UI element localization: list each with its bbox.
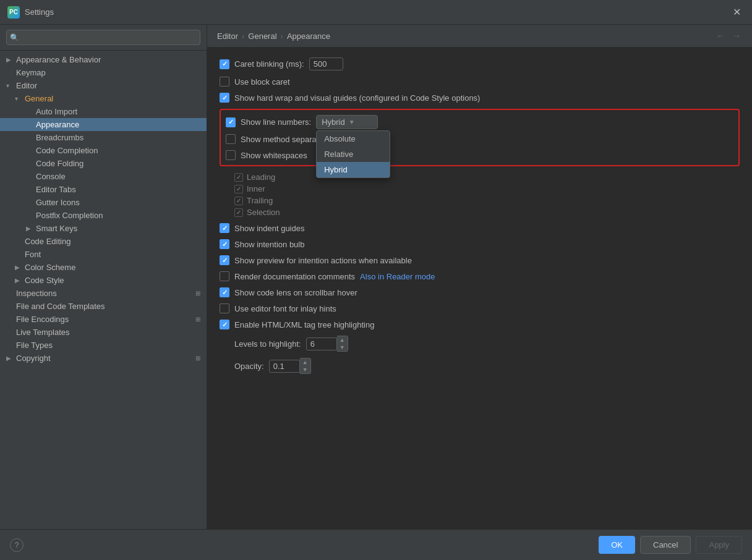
- whitespace-inner-checkbox[interactable]: ✓: [234, 185, 243, 193]
- levels-down-button[interactable]: ▼: [337, 344, 348, 351]
- search-wrapper: 🔍: [6, 30, 200, 45]
- use-editor-font-inlay-checkbox[interactable]: [220, 303, 229, 313]
- sidebar-item-code-completion[interactable]: Code Completion: [0, 144, 207, 157]
- show-line-numbers-checkbox[interactable]: [226, 117, 236, 127]
- line-numbers-highlight-box: Show line numbers: Hybrid ▼ Absolute Rel…: [220, 109, 740, 166]
- dialog-buttons: OK Cancel Apply: [599, 536, 742, 554]
- whitespace-leading-checkbox[interactable]: ✓: [234, 173, 243, 182]
- opacity-spinner: ▲ ▼: [300, 358, 311, 374]
- sidebar-item-postfix-completion[interactable]: Postfix Completion: [0, 209, 207, 222]
- sidebar-item-copyright[interactable]: ▶ Copyright ⊞: [0, 352, 207, 365]
- close-button[interactable]: ✕: [729, 5, 745, 19]
- sidebar-item-label: File and Code Templates: [16, 302, 200, 311]
- tree-arrow: ▶: [15, 264, 22, 271]
- breadcrumb-general: General: [248, 32, 276, 41]
- sidebar-item-editor-tabs[interactable]: Editor Tabs: [0, 183, 207, 196]
- opacity-row: Opacity: ▲ ▼: [234, 358, 740, 374]
- show-code-lens-row: Show code lens on scrollbar hover: [220, 287, 740, 297]
- show-preview-intention-label: Show preview for intention actions when …: [234, 256, 412, 265]
- show-hard-wrap-row: Show hard wrap and visual guides (config…: [220, 93, 740, 103]
- breadcrumb-current: Appearance: [287, 32, 330, 41]
- cancel-button[interactable]: Cancel: [640, 536, 691, 554]
- caret-blinking-checkbox[interactable]: [220, 59, 229, 69]
- sidebar-item-label: Code Editing: [25, 237, 200, 246]
- show-whitespaces-checkbox[interactable]: [226, 150, 236, 160]
- dropdown-option-hybrid[interactable]: Hybrid: [317, 162, 390, 177]
- use-editor-font-inlay-label: Use editor font for inlay hints: [234, 304, 336, 313]
- sidebar-item-label: Code Folding: [36, 159, 200, 168]
- show-indent-guides-checkbox[interactable]: [220, 223, 229, 233]
- sidebar-item-inspections[interactable]: Inspections ⊞: [0, 287, 207, 300]
- sidebar-item-appearance-behavior[interactable]: ▶ Appearance & Behavior: [0, 53, 207, 66]
- dropdown-option-relative[interactable]: Relative: [317, 146, 390, 162]
- opacity-input[interactable]: [269, 360, 300, 373]
- sidebar-item-label: Code Style: [25, 276, 200, 285]
- sidebar-item-editor[interactable]: ▾ Editor: [0, 79, 207, 92]
- apply-button[interactable]: Apply: [696, 536, 742, 554]
- sidebar-item-label: Auto Import: [36, 107, 200, 116]
- reader-mode-link[interactable]: Also in Reader mode: [360, 272, 435, 281]
- sidebar-item-code-editing[interactable]: Code Editing: [0, 235, 207, 248]
- nav-forward-button[interactable]: →: [731, 30, 742, 42]
- sidebar-item-file-encodings[interactable]: File Encodings ⊞: [0, 313, 207, 326]
- whitespace-leading-row: ✓ Leading: [234, 172, 740, 182]
- render-documentation-checkbox[interactable]: [220, 271, 229, 281]
- use-block-caret-checkbox[interactable]: [220, 77, 229, 87]
- sidebar-item-label: Appearance: [36, 120, 200, 129]
- sidebar-item-label: General: [25, 94, 200, 103]
- sidebar-item-breadcrumbs[interactable]: Breadcrumbs: [0, 131, 207, 144]
- show-intention-bulb-checkbox[interactable]: [220, 239, 229, 249]
- caret-blinking-input[interactable]: [309, 57, 343, 70]
- sidebar-item-appearance[interactable]: Appearance: [0, 118, 207, 131]
- sidebar-item-label: Editor: [16, 81, 200, 90]
- right-panel: Editor › General › Appearance ← → Caret …: [207, 25, 752, 529]
- sidebar-item-file-types[interactable]: File Types: [0, 339, 207, 352]
- app-icon: PC: [7, 6, 20, 19]
- sidebar-item-color-scheme[interactable]: ▶ Color Scheme: [0, 261, 207, 274]
- render-documentation-row: Render documentation comments Also in Re…: [220, 271, 740, 281]
- sidebar-item-font[interactable]: Font: [0, 248, 207, 261]
- show-method-separators-checkbox[interactable]: [226, 134, 236, 144]
- sidebar-item-code-folding[interactable]: Code Folding: [0, 157, 207, 170]
- sidebar-item-keymap[interactable]: Keymap: [0, 66, 207, 79]
- search-input[interactable]: [6, 30, 200, 45]
- sidebar-item-file-code-templates[interactable]: File and Code Templates: [0, 300, 207, 313]
- whitespace-trailing-row: ✓ Trailing: [234, 196, 740, 205]
- opacity-up-button[interactable]: ▲: [300, 358, 310, 366]
- sidebar-item-label: Inspections: [16, 289, 193, 298]
- show-whitespaces-label: Show whitespaces: [241, 151, 307, 160]
- nav-back-button[interactable]: ←: [715, 30, 726, 42]
- show-code-lens-checkbox[interactable]: [220, 287, 229, 297]
- sidebar-item-label: Copyright: [16, 354, 193, 363]
- sidebar-item-code-style[interactable]: ▶ Code Style: [0, 274, 207, 287]
- whitespace-trailing-checkbox[interactable]: ✓: [234, 197, 243, 205]
- line-numbers-dropdown-button[interactable]: Hybrid ▼: [316, 115, 378, 129]
- whitespace-selection-label: Selection: [247, 208, 280, 217]
- use-block-caret-row: Use block caret: [220, 77, 740, 87]
- levels-up-button[interactable]: ▲: [337, 336, 348, 344]
- whitespace-selection-checkbox[interactable]: ✓: [234, 208, 243, 217]
- enable-html-xml-checkbox[interactable]: [220, 320, 229, 329]
- sidebar-item-live-templates[interactable]: Live Templates: [0, 326, 207, 339]
- search-icon: 🔍: [10, 33, 19, 42]
- use-block-caret-label: Use block caret: [234, 77, 290, 87]
- dropdown-option-absolute[interactable]: Absolute: [317, 131, 390, 146]
- opacity-down-button[interactable]: ▼: [300, 366, 310, 373]
- levels-to-highlight-input[interactable]: [306, 337, 337, 350]
- enable-html-xml-row: Enable HTML/XML tag tree highlighting: [220, 320, 740, 329]
- sidebar-item-smart-keys[interactable]: ▶ Smart Keys: [0, 222, 207, 235]
- ok-button[interactable]: OK: [599, 536, 635, 554]
- sidebar-item-label: Gutter Icons: [36, 198, 200, 207]
- sidebar-badge: ⊞: [195, 316, 200, 323]
- show-preview-intention-row: Show preview for intention actions when …: [220, 255, 740, 265]
- show-hard-wrap-checkbox[interactable]: [220, 93, 229, 103]
- sidebar-item-console[interactable]: Console: [0, 170, 207, 183]
- breadcrumb: Editor › General › Appearance: [217, 32, 330, 41]
- levels-to-highlight-row: Levels to highlight: ▲ ▼: [234, 336, 740, 352]
- help-button[interactable]: ?: [10, 538, 24, 552]
- sidebar-item-auto-import[interactable]: Auto Import: [0, 105, 207, 118]
- sidebar-item-general[interactable]: ▾ General: [0, 92, 207, 105]
- sidebar-item-gutter-icons[interactable]: Gutter Icons: [0, 196, 207, 209]
- show-preview-intention-checkbox[interactable]: [220, 255, 229, 265]
- sidebar-item-label: Font: [25, 250, 200, 259]
